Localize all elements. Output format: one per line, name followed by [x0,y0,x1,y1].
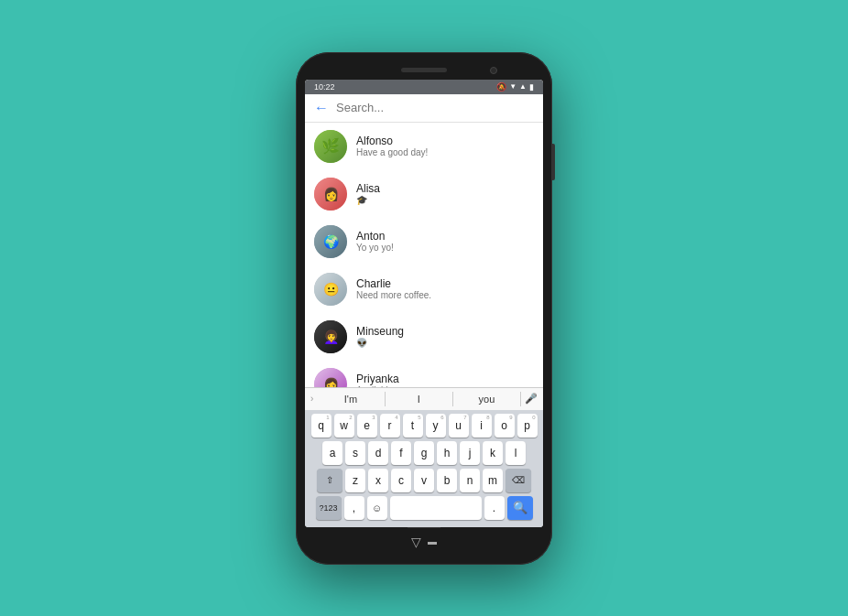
key-a[interactable]: a [322,441,342,465]
key-i[interactable]: i8 [472,414,492,438]
key-c[interactable]: c [391,469,411,492]
key-j[interactable]: j [460,441,480,465]
key-d[interactable]: d [368,441,388,465]
key-g[interactable]: g [414,441,434,465]
keyboard-suggestions: › I'm I you 🎤 [305,387,543,410]
contact-info: Alisa 🎓 [356,182,380,205]
backspace-key[interactable]: ⌫ [506,469,531,492]
contact-info: Alfonso Have a good day! [356,135,428,157]
key-q[interactable]: q1 [311,414,332,438]
back-button[interactable]: ← [314,100,329,116]
avatar: 👩 [314,178,347,211]
avatar: 🌍 [314,225,347,258]
key-row-1: q1 w2 e3 r4 t5 y6 u7 i8 o9 p0 [307,414,541,438]
search-input[interactable] [336,101,534,114]
contact-info: Anton Yo yo yo! [356,230,394,253]
key-e[interactable]: e3 [357,414,377,438]
avatar: 😐 [314,273,347,306]
contact-list: 🌿 Alfonso Have a good day! 👩 Alisa 🎓 [305,123,543,387]
phone-speaker [401,68,447,72]
avatar: 👩 [314,368,347,387]
contact-name: Alfonso [356,135,428,147]
mic-icon[interactable]: 🎤 [525,393,538,405]
period-key[interactable]: . [484,496,505,520]
key-u[interactable]: u7 [449,414,469,438]
list-item[interactable]: 👩‍🦱 Minseung 👽 [305,313,543,361]
key-b[interactable]: b [437,469,457,492]
bottom-nav: ▽ ▬ [408,527,440,556]
list-item[interactable]: 👩 Alisa 🎓 [305,170,543,218]
suggestion-1[interactable]: I'm [317,392,385,406]
phone-side-button [552,144,555,180]
list-item[interactable]: 👩 Priyanka Available [305,361,543,387]
numbers-key[interactable]: ?123 [316,496,342,520]
key-x[interactable]: x [368,469,388,492]
comma-key[interactable]: , [344,496,364,520]
key-k[interactable]: k [483,441,503,465]
space-key[interactable] [390,496,482,520]
key-s[interactable]: s [345,441,365,465]
key-t[interactable]: t5 [403,414,423,438]
key-f[interactable]: f [391,441,411,465]
phone-top-bar [305,61,543,80]
list-item[interactable]: 🌍 Anton Yo yo yo! [305,218,543,265]
key-y[interactable]: y6 [426,414,446,438]
avatar: 🌿 [314,130,347,163]
phone-camera [490,67,497,74]
contact-status: Yo yo yo! [356,243,394,253]
contact-name: Charlie [356,277,431,290]
list-item[interactable]: 🌿 Alfonso Have a good day! [305,123,543,170]
back-nav-button[interactable]: ▽ [408,534,424,550]
signal-icon: ▲ [519,82,527,91]
contact-name: Minseung [356,325,404,338]
contact-info: Priyanka Available [356,373,399,387]
suggestion-2[interactable]: I [386,392,453,406]
key-row-2: a s d f g h j k l [307,441,541,465]
key-l[interactable]: l [506,441,526,465]
avatar: 👩‍🦱 [314,320,347,353]
wifi-icon: ▼ [509,82,516,91]
key-h[interactable]: h [437,441,457,465]
silent-icon: 🔕 [496,82,506,92]
contact-status: Need more coffee. [356,290,431,300]
key-z[interactable]: z [345,469,365,492]
status-bar: 10:22 🔕 ▼ ▲ ▮ [305,80,543,94]
keyboard-rows: q1 w2 e3 r4 t5 y6 u7 i8 o9 p0 a s d f [305,410,543,527]
contact-name: Alisa [356,182,380,195]
status-icons: 🔕 ▼ ▲ ▮ [496,82,534,92]
emoji-key[interactable]: ☺ [367,496,387,520]
list-item[interactable]: 😐 Charlie Need more coffee. [305,265,543,313]
key-p[interactable]: p0 [517,414,538,438]
home-nav-button[interactable]: ▬ [424,534,440,550]
contact-info: Charlie Need more coffee. [356,277,431,300]
phone-device: 10:22 🔕 ▼ ▲ ▮ ← 🌿 Alfonso Have a goo [296,52,552,565]
key-row-3: ⇧ z x c v b n m ⌫ [307,469,541,492]
chevron-icon: › [310,394,313,404]
search-bar: ← [305,94,543,123]
contact-info: Minseung 👽 [356,325,404,348]
key-v[interactable]: v [414,469,434,492]
shift-key[interactable]: ⇧ [317,469,342,492]
search-key[interactable]: 🔍 [507,496,533,520]
contact-status: 🎓 [356,195,380,205]
key-row-4: ?123 , ☺ . 🔍 [307,496,541,520]
contact-status: 👽 [356,338,404,348]
key-o[interactable]: o9 [495,414,515,438]
suggestion-3[interactable]: you [453,392,521,406]
phone-screen: 10:22 🔕 ▼ ▲ ▮ ← 🌿 Alfonso Have a goo [305,80,543,527]
status-time: 10:22 [314,82,335,92]
key-r[interactable]: r4 [380,414,400,438]
keyboard: › I'm I you 🎤 q1 w2 e3 r4 t5 y6 u7 i8 o9 [305,387,543,527]
contact-status: Have a good day! [356,147,428,157]
contact-name: Anton [356,230,394,243]
key-w[interactable]: w2 [334,414,354,438]
key-n[interactable]: n [460,469,480,492]
battery-icon: ▮ [529,82,534,92]
key-m[interactable]: m [483,469,503,492]
contact-name: Priyanka [356,373,399,385]
